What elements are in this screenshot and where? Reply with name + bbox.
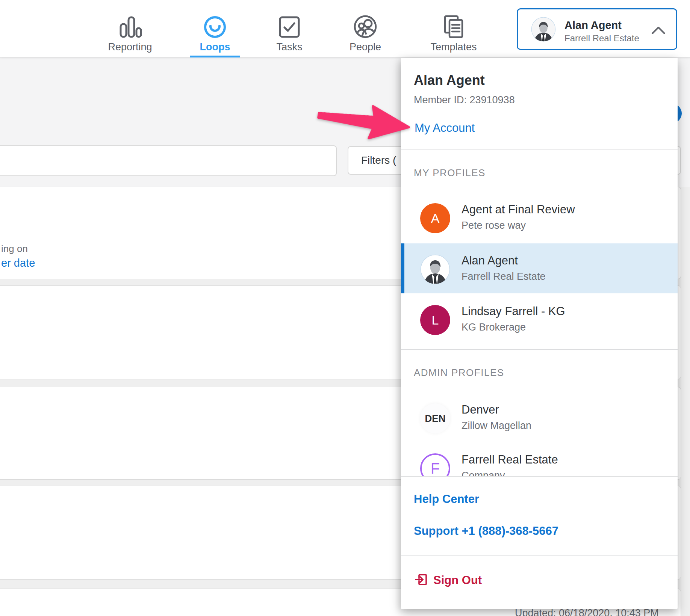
tab-people[interactable]: People [333,15,397,53]
profiles-list: MY PROFILES A Agent at Final Review Pete… [401,150,678,476]
avatar-initial: L [420,305,450,335]
section-my-profiles: MY PROFILES [414,167,486,179]
tab-templates[interactable]: Templates [422,15,486,53]
nav-label: Tasks [257,41,321,53]
avatar-initials-den: DEN [420,403,450,433]
profile-menu-button[interactable]: Alan Agent Farrell Real Estate [517,8,677,50]
profile-subtitle: Farrell Real Estate [462,271,546,282]
nav-label: Reporting [98,41,162,53]
nav-label: Templates [422,41,486,53]
profile-subtitle: Zillow Magellan [462,420,531,432]
support-phone-link[interactable]: Support +1 (888)-368-5667 [414,524,558,538]
divider [401,349,678,350]
loop-smile-icon [183,15,247,38]
my-account-link[interactable]: My Account [415,121,475,135]
divider [401,555,678,556]
user-avatar [531,17,556,42]
sign-out-button[interactable]: Sign Out [415,573,482,588]
account-dropdown: Alan Agent Member ID: 23910938 My Accoun… [401,58,678,609]
profile-subtitle: KG Brokerage [462,322,526,333]
tab-loops[interactable]: Loops [183,15,247,53]
dropdown-user-name: Alan Agent [414,72,485,88]
member-id: Member ID: 23910938 [414,94,515,106]
search-input[interactable] [0,145,337,176]
clipped-date-link[interactable]: er date [1,257,35,269]
chevron-up-icon [650,24,667,38]
sign-out-label: Sign Out [433,574,482,587]
section-admin-profiles: ADMIN PROFILES [414,367,504,379]
divider [401,476,678,477]
profile-company: Farrell Real Estate [564,33,639,44]
tab-reporting[interactable]: Reporting [98,15,162,53]
sign-out-icon [415,573,428,588]
checkbox-icon [257,15,321,38]
profile-title: Denver [462,403,499,417]
nav-label: People [333,41,397,53]
photo-avatar [420,254,450,284]
profile-subtitle: Company [462,470,505,476]
active-tab-underline [190,56,240,57]
clipped-text: ing on [1,243,28,255]
people-icon [333,15,397,38]
nav-label: Loops [183,41,247,53]
profile-title: Agent at Final Review [462,203,575,216]
avatar-initial: A [420,203,450,233]
templates-icon [422,15,486,38]
profile-name: Alan Agent [564,19,622,32]
profile-subtitle: Pete rose way [462,220,526,231]
help-center-link[interactable]: Help Center [414,492,479,506]
profile-title: Alan Agent [462,254,518,267]
tab-tasks[interactable]: Tasks [257,15,321,53]
app-window: ing on er date Filters ( Updated: 06/18/… [0,0,690,616]
profile-title: Farrell Real Estate [462,453,558,467]
bar-chart-icon [98,15,162,38]
profile-title: Lindsay Farrell - KG [462,305,565,318]
